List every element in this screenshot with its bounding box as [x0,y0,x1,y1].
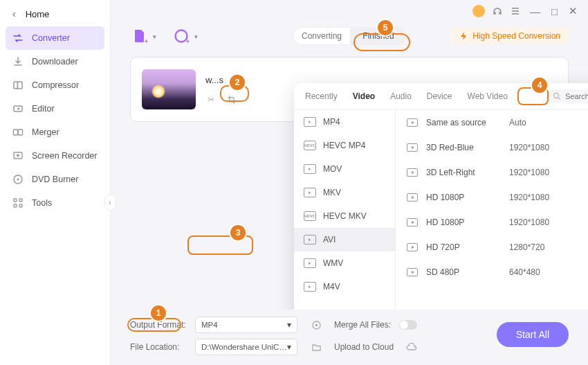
tab-device[interactable]: Device [425,89,454,104]
output-format-label: Output Format: [130,320,187,330]
play-icon [407,243,418,251]
svg-point-15 [315,323,318,326]
resolution-item[interactable]: 3D Left-Right1920*1080 [396,160,588,185]
user-avatar[interactable] [472,5,485,17]
upload-cloud-label: Upload to Cloud [334,342,394,352]
resolution-item[interactable]: HD 720P1280*720 [396,235,588,260]
search-input[interactable] [565,92,588,100]
resolution-item[interactable]: HD 1080P1920*1080 [396,185,588,210]
trim-icon[interactable]: ✂ [205,95,217,105]
back-row[interactable]: ‹ Home [0,6,110,26]
minimize-button[interactable]: — [528,6,542,17]
resolution-item[interactable]: Same as sourceAuto [396,110,588,135]
video-file-icon: ▸ [304,164,316,174]
add-dvd-button[interactable]: +▾ [172,26,191,46]
resolution-item[interactable]: SD 480P640*480 [396,260,588,285]
tab-webvideo[interactable]: Web Video [466,89,509,104]
converting-tab[interactable]: Converting [293,27,350,45]
svg-point-13 [554,94,559,98]
tab-recently[interactable]: Recently [304,89,339,104]
file-title: w...s [205,75,223,85]
format-hevc-mp4[interactable]: HEVCHEVC MP4 [294,134,395,157]
chevron-left-icon: ‹ [12,8,16,19]
sidebar-item-merger[interactable]: Merger [0,121,110,144]
sidebar-item-tools[interactable]: Tools [0,191,110,215]
sidebar-item-label: Merger [32,127,59,137]
output-format-select[interactable]: MP4▾ [195,317,297,333]
folder-icon[interactable] [311,342,322,353]
format-avi[interactable]: ▸AVI [294,228,395,251]
format-popover: Recently Video Audio Device Web Video ▸M… [294,83,588,319]
caret-down-icon: ▾ [194,33,198,40]
editor-icon [12,103,24,114]
tab-audio[interactable]: Audio [389,89,413,104]
video-thumbnail[interactable] [142,69,196,109]
play-icon [407,218,418,226]
play-icon [407,168,418,177]
format-mkv[interactable]: ▸MKV [294,181,395,204]
tab-video[interactable]: Video [351,89,376,104]
sidebar-item-label: Compressor [32,80,79,90]
sidebar-item-label: Editor [32,104,55,114]
resolution-item[interactable]: HD 1080P1920*1080 [396,210,588,235]
dvd-icon [12,174,24,185]
callout-5: 5 [378,20,393,35]
play-icon [407,143,418,152]
svg-point-5 [17,154,19,157]
compressor-icon [12,80,24,91]
sidebar-item-converter[interactable]: Converter [6,26,104,50]
high-speed-button[interactable]: High Speed Conversion [450,28,569,44]
titlebar: — □ ✕ [111,0,588,22]
plus-icon: + [186,38,190,45]
sidebar-item-label: Tools [32,198,52,208]
sidebar-item-downloader[interactable]: Downloader [0,50,110,73]
crop-icon[interactable] [226,95,237,105]
add-file-button[interactable]: +▾ [130,26,149,46]
video-file-icon: ▸ [304,235,316,244]
svg-rect-11 [19,204,22,207]
sidebar: ‹ Home Converter Downloader Compressor E… [0,0,111,365]
format-list[interactable]: ▸MP4 HEVCHEVC MP4 ▸MOV ▸MKV HEVCHEVC MKV… [294,110,396,319]
high-speed-label: High Speed Conversion [472,31,560,41]
video-file-icon: ▸ [304,282,316,292]
format-hevc-mkv[interactable]: HEVCHEVC MKV [294,204,395,228]
svg-point-7 [17,179,19,181]
close-button[interactable]: ✕ [567,5,580,17]
merger-icon [12,127,24,138]
maximize-button[interactable]: □ [549,6,560,17]
format-mov[interactable]: ▸MOV [294,157,395,181]
lightning-icon [459,31,468,41]
file-location-label: File Location: [130,342,187,352]
svg-rect-3 [19,130,23,135]
cloud-icon[interactable] [406,343,417,351]
sidebar-item-dvd[interactable]: DVD Burner [0,168,110,191]
format-search[interactable] [546,89,588,103]
video-file-icon: ▸ [304,188,316,197]
play-icon [407,268,418,276]
headset-icon[interactable] [492,6,503,17]
format-mp4[interactable]: ▸MP4 [294,110,395,134]
callout-2: 2 [230,75,245,90]
format-wmv[interactable]: ▸WMV [294,251,395,275]
resolution-item[interactable]: 3D Red-Blue1920*1080 [396,135,588,160]
tools-icon [12,197,24,208]
plus-icon: + [145,38,148,45]
merge-toggle[interactable] [399,320,417,330]
sidebar-item-editor[interactable]: Editor [0,97,110,121]
merge-label: Merge All Files: [334,320,391,330]
converter-icon [12,33,24,44]
svg-rect-2 [14,130,18,135]
play-icon [407,193,418,202]
video-file-icon: ▸ [304,117,316,127]
menu-icon[interactable] [510,6,521,17]
sidebar-item-label: Screen Recorder [32,151,98,161]
resolution-list[interactable]: Same as sourceAuto 3D Red-Blue1920*1080 … [396,110,588,319]
video-file-icon: ▸ [304,258,316,268]
format-m4v[interactable]: ▸M4V [294,275,395,299]
file-location-select[interactable]: D:\Wondershare UniConverter 1▾ [195,339,297,355]
start-all-button[interactable]: Start All [497,322,569,347]
sidebar-item-recorder[interactable]: Screen Recorder [0,144,110,168]
settings-icon[interactable] [311,320,322,330]
sidebar-item-compressor[interactable]: Compressor [0,73,110,97]
sidebar-item-label: DVD Burner [32,175,78,184]
